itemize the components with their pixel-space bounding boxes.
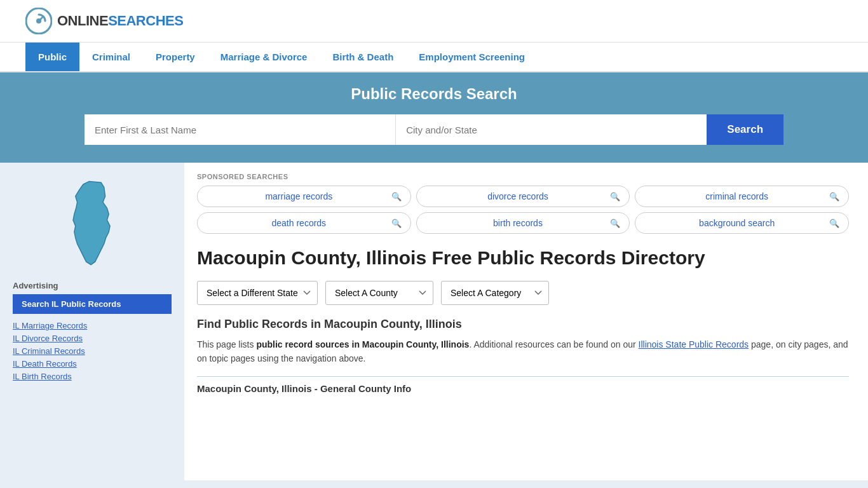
find-records-title: Find Public Records in Macoupin County, … <box>197 318 849 331</box>
pill-criminal-text: criminal records <box>644 191 829 201</box>
nav-item-public[interactable]: Public <box>25 43 79 71</box>
find-desc-bold: public record sources in Macoupin County… <box>256 339 469 349</box>
search-icon-1: 🔍 <box>391 192 402 201</box>
sidebar-links: IL Marriage Records IL Divorce Records I… <box>13 320 172 381</box>
illinois-map <box>54 175 130 271</box>
hero-section: Public Records Search Search <box>0 72 868 163</box>
main-nav: Public Criminal Property Marriage & Divo… <box>0 43 868 72</box>
section-subtitle: Macoupin County, Illinois - General Coun… <box>197 383 849 394</box>
sponsored-label: SPONSORED SEARCHES <box>197 173 849 180</box>
sidebar-link-marriage[interactable]: IL Marriage Records <box>13 321 87 330</box>
hero-title: Public Records Search <box>25 85 843 103</box>
page-title: Macoupin County, Illinois Free Public Re… <box>197 247 849 269</box>
search-icon-6: 🔍 <box>829 219 839 228</box>
pill-marriage-text: marriage records <box>207 191 391 201</box>
pill-divorce[interactable]: divorce records 🔍 <box>416 186 630 207</box>
category-dropdown[interactable]: Select A Category <box>441 281 549 305</box>
nav-item-birth-death[interactable]: Birth & Death <box>320 43 406 71</box>
nav-item-property[interactable]: Property <box>143 43 208 71</box>
pill-birth-text: birth records <box>426 218 611 228</box>
logo-text-online: ONLINE <box>57 13 108 29</box>
header: ONLINESEARCHES <box>0 0 868 43</box>
search-pills: marriage records 🔍 divorce records 🔍 cri… <box>197 186 849 234</box>
search-icon-4: 🔍 <box>391 219 402 228</box>
pill-birth[interactable]: birth records 🔍 <box>416 212 630 234</box>
sidebar-link-criminal[interactable]: IL Criminal Records <box>13 346 85 356</box>
nav-item-employment[interactable]: Employment Screening <box>406 43 538 71</box>
state-dropdown[interactable]: Select a Different State <box>197 281 318 305</box>
sidebar: Advertising Search IL Public Records IL … <box>0 163 184 480</box>
pill-background-text: background search <box>644 218 829 228</box>
find-desc-start: This page lists <box>197 339 256 349</box>
main-content: SPONSORED SEARCHES marriage records 🔍 di… <box>184 163 868 480</box>
find-desc-mid: . Additional resources can be found on o… <box>469 339 638 349</box>
pill-criminal[interactable]: criminal records 🔍 <box>635 186 849 207</box>
sidebar-link-birth[interactable]: IL Birth Records <box>13 372 72 381</box>
search-button[interactable]: Search <box>707 114 783 145</box>
county-dropdown[interactable]: Select A County <box>325 281 433 305</box>
advertising-label: Advertising <box>13 281 172 290</box>
nav-item-marriage-divorce[interactable]: Marriage & Divorce <box>208 43 320 71</box>
city-input[interactable] <box>396 114 707 145</box>
pill-marriage[interactable]: marriage records 🔍 <box>197 186 411 207</box>
illinois-records-link[interactable]: Illinois State Public Records <box>639 339 749 349</box>
search-bar: Search <box>85 114 783 145</box>
pill-divorce-text: divorce records <box>426 191 611 201</box>
sidebar-link-divorce[interactable]: IL Divorce Records <box>13 334 83 343</box>
nav-item-criminal[interactable]: Criminal <box>79 43 143 71</box>
content-wrapper: Advertising Search IL Public Records IL … <box>0 163 868 480</box>
logo-text-searches: SEARCHES <box>108 13 183 29</box>
pill-background[interactable]: background search 🔍 <box>635 212 849 234</box>
dropdowns: Select a Different State Select A County… <box>197 281 849 305</box>
name-input[interactable] <box>85 114 396 145</box>
pill-death-text: death records <box>207 218 391 228</box>
sidebar-link-death[interactable]: IL Death Records <box>13 359 77 369</box>
search-icon-2: 🔍 <box>610 192 620 201</box>
find-records-desc: This page lists public record sources in… <box>197 337 849 366</box>
logo-icon <box>25 8 52 34</box>
logo: ONLINESEARCHES <box>25 8 183 34</box>
section-divider <box>197 376 849 377</box>
search-icon-3: 🔍 <box>829 192 839 201</box>
pill-death[interactable]: death records 🔍 <box>197 212 411 234</box>
sidebar-ad-button[interactable]: Search IL Public Records <box>13 294 172 314</box>
search-icon-5: 🔍 <box>610 219 620 228</box>
